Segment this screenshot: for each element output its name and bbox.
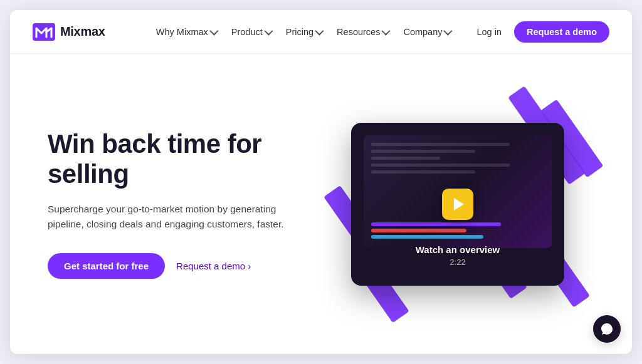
chat-icon (600, 322, 614, 336)
hero-subtitle: Supercharge your go-to-market motion by … (48, 202, 298, 232)
chevron-down-icon (315, 26, 324, 35)
video-card[interactable]: Watch an overview 2:22 (351, 123, 564, 286)
request-demo-nav-button[interactable]: Request a demo (514, 21, 609, 43)
screen-line (371, 157, 440, 160)
chevron-down-icon (264, 26, 273, 35)
nav-item-resources[interactable]: Resources (330, 23, 394, 41)
video-duration: 2:22 (450, 257, 465, 267)
hero-section: Win back time for selling Supercharge yo… (10, 54, 632, 354)
screen-line (371, 170, 475, 174)
brand-name: Mixmax (60, 24, 105, 39)
nav-item-pricing[interactable]: Pricing (280, 23, 328, 41)
hero-buttons: Get started for free Request a demo › (48, 253, 321, 279)
chevron-down-icon (382, 26, 391, 35)
screen-line (371, 150, 475, 153)
navbar: Mixmax Why Mixmax Product Pricing Resour… (10, 10, 632, 54)
chevron-down-icon (444, 26, 453, 35)
nav-item-product[interactable]: Product (225, 23, 277, 41)
screen-lines (371, 143, 544, 177)
nav-item-why-mixmax[interactable]: Why Mixmax (150, 23, 223, 41)
nav-links: Why Mixmax Product Pricing Resources Com… (150, 23, 457, 41)
request-demo-hero-button[interactable]: Request a demo › (176, 261, 251, 271)
login-link[interactable]: Log in (469, 23, 509, 41)
get-started-button[interactable]: Get started for free (48, 253, 165, 279)
screen-line (371, 143, 510, 146)
chevron-down-icon (209, 26, 218, 35)
hero-title: Win back time for selling (48, 129, 321, 190)
bar-blue (371, 235, 483, 239)
screen-bars (371, 222, 544, 239)
screen-line (371, 164, 510, 167)
nav-item-company[interactable]: Company (397, 23, 456, 41)
browser-window: Mixmax Why Mixmax Product Pricing Resour… (10, 10, 632, 354)
play-button[interactable] (442, 189, 473, 220)
logo-icon (33, 23, 55, 41)
bar-purple (371, 222, 501, 226)
hero-right: Watch an overview 2:22 (321, 73, 594, 336)
hero-left: Win back time for selling Supercharge yo… (48, 129, 321, 279)
chat-support-button[interactable] (593, 315, 621, 343)
bar-pink (371, 229, 466, 232)
video-label: Watch an overview (416, 244, 500, 255)
logo-area[interactable]: Mixmax (33, 23, 105, 41)
play-triangle-icon (454, 198, 464, 211)
